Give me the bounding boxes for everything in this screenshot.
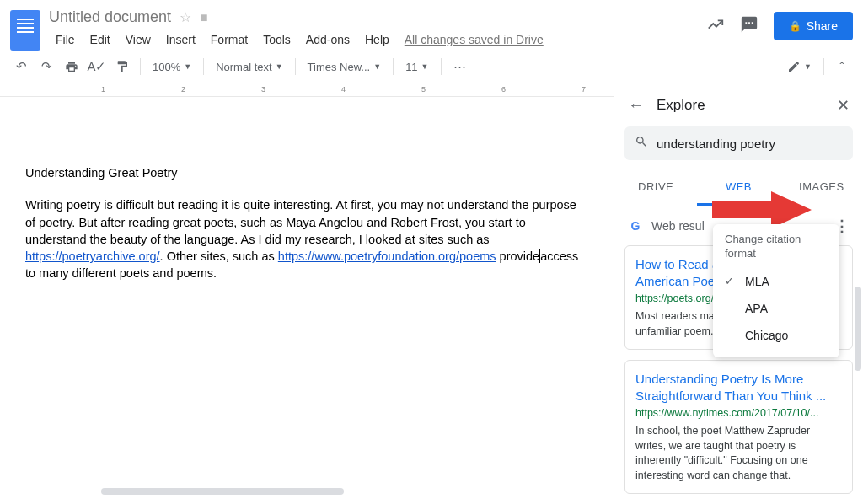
- document-title[interactable]: Untitled document: [49, 8, 171, 26]
- check-icon: ✓: [725, 275, 737, 287]
- explore-title: Explore: [657, 97, 825, 114]
- citation-option-mla[interactable]: ✓ MLA: [713, 268, 839, 295]
- ruler-mark: 7: [582, 85, 586, 94]
- result-url: https://www.nytimes.com/2017/07/10/...: [635, 407, 842, 419]
- result-card[interactable]: Understanding Poetry Is More Straightfor…: [624, 360, 853, 494]
- ruler-mark: 5: [421, 85, 426, 94]
- paint-format-button[interactable]: [111, 56, 133, 78]
- hide-menus-button[interactable]: ˆ: [831, 56, 853, 78]
- separator: [140, 58, 141, 75]
- result-desc: In school, the poet Matthew Zapruder wri…: [635, 424, 842, 483]
- menu-tools[interactable]: Tools: [256, 29, 297, 50]
- separator: [203, 58, 204, 75]
- doc-link-1[interactable]: https://poetryarchive.org/: [25, 249, 160, 263]
- citation-menu-title: Change citation format: [713, 233, 839, 268]
- document-area: 1 2 3 4 5 6 7 Understanding Great Poetry…: [0, 83, 614, 498]
- toolbar-right: ▼ ˆ: [782, 56, 853, 78]
- undo-button[interactable]: ↶: [10, 56, 32, 78]
- menu-file[interactable]: File: [49, 29, 82, 50]
- ruler-mark: 4: [341, 85, 346, 94]
- menu-format[interactable]: Format: [204, 29, 255, 50]
- lock-icon: 🔒: [789, 20, 801, 32]
- docs-logo-icon[interactable]: [10, 10, 40, 51]
- citation-label: APA: [745, 302, 768, 315]
- separator: [393, 58, 394, 75]
- menu-view[interactable]: View: [119, 29, 158, 50]
- ruler-mark: 6: [501, 85, 506, 94]
- title-area: Untitled document ☆ ■ File Edit View Ins…: [49, 7, 706, 50]
- ruler[interactable]: 1 2 3 4 5 6 7: [0, 83, 614, 97]
- toolbar: ↶ ↷ A✓ 100% ▼ Normal text ▼ Times New...…: [0, 51, 863, 83]
- search-icon: [635, 135, 648, 152]
- tab-images[interactable]: IMAGES: [780, 170, 863, 206]
- star-icon[interactable]: ☆: [180, 9, 191, 25]
- result-title: Understanding Poetry Is More Straightfor…: [635, 371, 842, 404]
- editing-mode-dropdown[interactable]: ▼: [782, 56, 817, 77]
- citation-format-menu: Change citation format ✓ MLA APA Chicago: [713, 224, 839, 357]
- para-text: Writing poetry is difficult but reading …: [25, 198, 576, 246]
- menu-insert[interactable]: Insert: [159, 29, 202, 50]
- tab-web[interactable]: WEB: [697, 170, 780, 206]
- close-icon[interactable]: ✕: [837, 96, 850, 115]
- fontsize-dropdown[interactable]: 11 ▼: [400, 57, 434, 77]
- menubar: File Edit View Insert Format Tools Add-o…: [49, 29, 706, 50]
- horizontal-scrollbar[interactable]: [101, 488, 344, 495]
- doc-heading: Understanding Great Poetry: [25, 164, 588, 181]
- ruler-mark: 1: [101, 85, 105, 94]
- caret-icon: ▼: [184, 62, 191, 71]
- share-label: Share: [807, 19, 838, 33]
- zoom-value: 100%: [153, 61, 180, 73]
- ruler-mark: 3: [261, 85, 265, 94]
- saved-status[interactable]: All changes saved in Drive: [398, 29, 550, 50]
- caret-icon: ▼: [421, 62, 429, 71]
- activity-icon[interactable]: [706, 15, 725, 38]
- separator: [823, 58, 824, 75]
- comment-icon[interactable]: [740, 15, 758, 38]
- header: Untitled document ☆ ■ File Edit View Ins…: [0, 0, 863, 51]
- caret-icon: ▼: [804, 62, 812, 71]
- header-right: 🔒 Share: [706, 7, 853, 40]
- menu-edit[interactable]: Edit: [83, 29, 117, 50]
- tab-drive[interactable]: DRIVE: [614, 170, 697, 206]
- menu-addons[interactable]: Add-ons: [299, 29, 356, 50]
- document-page[interactable]: Understanding Great Poetry Writing poetr…: [0, 97, 614, 498]
- font-value: Times New...: [308, 61, 371, 73]
- more-formatting-button[interactable]: ⋯: [448, 56, 470, 78]
- caret-icon: ▼: [373, 62, 381, 71]
- explore-search-input[interactable]: [657, 137, 843, 151]
- font-dropdown[interactable]: Times New... ▼: [303, 57, 387, 77]
- back-arrow-icon[interactable]: ←: [628, 95, 645, 115]
- para-text: . Other sites, such as: [160, 249, 278, 263]
- menu-help[interactable]: Help: [358, 29, 396, 50]
- print-button[interactable]: [61, 56, 83, 78]
- share-button[interactable]: 🔒 Share: [774, 12, 853, 40]
- citation-label: Chicago: [745, 329, 788, 342]
- ruler-mark: 2: [181, 85, 185, 94]
- explore-header: ← Explore ✕: [614, 83, 863, 126]
- citation-option-apa[interactable]: APA: [713, 295, 839, 322]
- explore-search-box[interactable]: [624, 126, 853, 160]
- doc-paragraph: Writing poetry is difficult but reading …: [25, 196, 588, 281]
- citation-label: MLA: [745, 275, 769, 288]
- zoom-dropdown[interactable]: 100% ▼: [147, 57, 196, 77]
- vertical-scrollbar[interactable]: [855, 287, 861, 371]
- explore-tabs: DRIVE WEB IMAGES: [614, 170, 863, 206]
- title-row: Untitled document ☆ ■: [49, 7, 706, 26]
- separator: [295, 58, 296, 75]
- style-dropdown[interactable]: Normal text ▼: [211, 57, 287, 77]
- para-text: provide: [496, 249, 540, 263]
- redo-button[interactable]: ↷: [35, 56, 57, 78]
- fontsize-value: 11: [405, 61, 417, 73]
- spellcheck-button[interactable]: A✓: [86, 56, 108, 78]
- google-logo-icon: G: [628, 218, 643, 233]
- style-value: Normal text: [216, 61, 271, 73]
- doc-link-2[interactable]: https://www.poetryfoundation.org/poems: [278, 249, 496, 263]
- caret-icon: ▼: [276, 62, 283, 71]
- citation-option-chicago[interactable]: Chicago: [713, 322, 839, 349]
- separator: [441, 58, 442, 75]
- folder-icon[interactable]: ■: [200, 10, 208, 25]
